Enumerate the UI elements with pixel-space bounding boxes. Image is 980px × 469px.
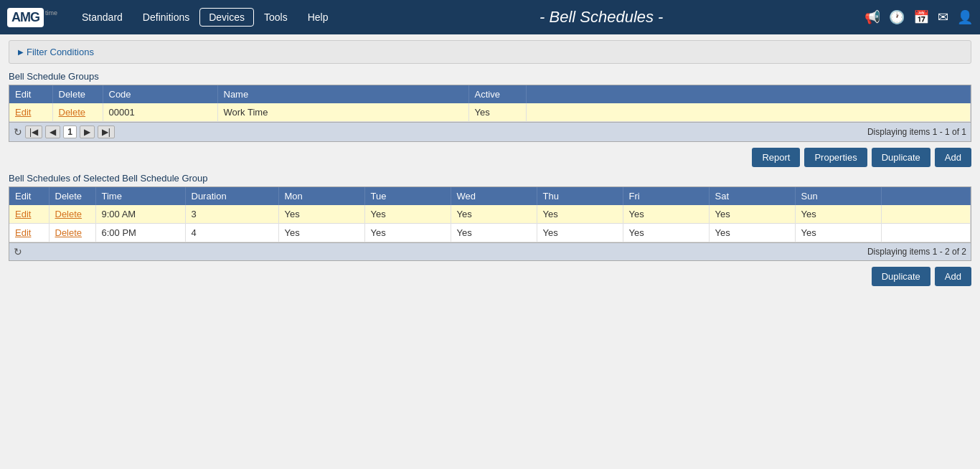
sch-col-fri: Fri [623, 187, 709, 205]
col-name: Name [217, 85, 468, 103]
nav-definitions[interactable]: Definitions [133, 7, 199, 27]
user-icon[interactable]: 👤 [957, 9, 973, 25]
sch-sun-1: Yes [795, 224, 881, 242]
schedules-table-header: Edit Delete Time Duration Mon Tue Wed Th… [9, 187, 971, 205]
sch-tue-1: Yes [364, 224, 451, 242]
group-edit-link[interactable]: Edit [15, 107, 31, 118]
sch-spacer-0 [881, 205, 971, 224]
sch-duration-0: 3 [185, 205, 278, 224]
schedules-refresh-button[interactable]: ↻ [14, 246, 22, 257]
report-button[interactable]: Report [752, 148, 800, 167]
sch-wed-0: Yes [451, 205, 537, 224]
nav-tools[interactable]: Tools [254, 7, 298, 27]
table-row: Edit Delete 9:00 AM 3 Yes Yes Yes Yes Ye… [9, 205, 971, 224]
sch-wed-1: Yes [451, 224, 537, 242]
sch-edit-1: Edit [9, 224, 49, 242]
groups-refresh-button[interactable]: ↻ [14, 126, 22, 138]
sch-mon-0: Yes [278, 205, 364, 224]
groups-section-title: Bell Schedule Groups [9, 71, 971, 82]
col-spacer [526, 85, 971, 103]
sch-col-time: Time [95, 187, 185, 205]
schedules-header-row: Edit Delete Time Duration Mon Tue Wed Th… [9, 187, 971, 205]
sch-sat-1: Yes [709, 224, 795, 242]
calendar-icon[interactable]: 📅 [913, 9, 929, 25]
sch-tue-0: Yes [364, 205, 451, 224]
sch-thu-0: Yes [537, 205, 623, 224]
group-active: Yes [468, 103, 526, 122]
clock-icon[interactable]: 🕐 [889, 9, 905, 25]
sch-col-sat: Sat [709, 187, 795, 205]
groups-pagination: ↻ |◀ ◀ 1 ▶ ▶| Displaying items 1 - 1 of … [9, 122, 971, 141]
sch-mon-1: Yes [278, 224, 364, 242]
filter-conditions-toggle[interactable]: ▶ Filter Conditions [18, 47, 94, 57]
groups-first-button[interactable]: |◀ [25, 125, 42, 138]
sch-delete-0: Delete [49, 205, 95, 224]
groups-prev-button[interactable]: ◀ [45, 125, 60, 138]
schedules-action-bar: Duplicate Add [9, 267, 971, 286]
properties-button[interactable]: Properties [804, 148, 867, 167]
sch-col-thu: Thu [537, 187, 623, 205]
group-edit-cell: Edit [9, 103, 52, 122]
schedules-table-container: Edit Delete Time Duration Mon Tue Wed Th… [9, 186, 971, 261]
sch-sun-0: Yes [795, 205, 881, 224]
schedules-add-button[interactable]: Add [935, 267, 971, 286]
schedules-duplicate-button[interactable]: Duplicate [872, 267, 930, 286]
schedules-table-body: Edit Delete 9:00 AM 3 Yes Yes Yes Yes Ye… [9, 205, 971, 242]
groups-display-text: Displaying items 1 - 1 of 1 [867, 127, 966, 137]
sch-time-1: 6:00 PM [95, 224, 185, 242]
sch-duration-1: 4 [185, 224, 278, 242]
filter-label: Filter Conditions [27, 47, 94, 57]
col-code: Code [103, 85, 217, 103]
groups-table-scroll: Edit Delete 00001 Work Time Yes [9, 103, 971, 122]
group-name: Work Time [217, 103, 468, 122]
sch-delete-link-1[interactable]: Delete [55, 227, 83, 238]
announcement-icon[interactable]: 📢 [864, 9, 880, 25]
sch-delete-link-0[interactable]: Delete [55, 209, 83, 219]
sch-col-sun: Sun [795, 187, 881, 205]
schedules-section-title: Bell Schedules of Selected Bell Schedule… [9, 173, 971, 184]
groups-next-button[interactable]: ▶ [80, 125, 95, 138]
add-button[interactable]: Add [935, 148, 971, 167]
sch-thu-1: Yes [537, 224, 623, 242]
nav-standard[interactable]: Standard [72, 7, 133, 27]
logo-amg: AMG [11, 10, 39, 24]
groups-action-bar: Report Properties Duplicate Add [9, 148, 971, 167]
groups-table-header: Edit Delete Code Name Active [9, 85, 971, 103]
group-spacer [526, 103, 971, 122]
sch-col-wed: Wed [451, 187, 537, 205]
schedules-table-scroll: Edit Delete 9:00 AM 3 Yes Yes Yes Yes Ye… [9, 205, 971, 242]
sch-edit-link-1[interactable]: Edit [15, 227, 31, 238]
logo-text: AMG [7, 8, 44, 27]
header-icons: 📢 🕐 📅 ✉ 👤 [864, 9, 973, 25]
filter-arrow-icon: ▶ [18, 48, 24, 56]
page-title: - Bell Schedules - [339, 8, 865, 27]
groups-last-button[interactable]: ▶| [98, 125, 115, 138]
filter-bar: ▶ Filter Conditions [9, 40, 971, 64]
sch-col-edit: Edit [9, 187, 49, 205]
groups-page-1[interactable]: 1 [63, 125, 77, 138]
sch-col-duration: Duration [185, 187, 278, 205]
group-delete-link[interactable]: Delete [59, 107, 86, 118]
sch-col-spacer [881, 187, 971, 205]
sch-col-tue: Tue [364, 187, 451, 205]
header: AMG time Standard Definitions Devices To… [0, 0, 980, 34]
table-row: Edit Delete 00001 Work Time Yes [9, 103, 971, 122]
groups-table: Edit Delete Code Name Active [9, 85, 971, 103]
sch-fri-1: Yes [623, 224, 709, 242]
col-delete: Delete [52, 85, 103, 103]
sch-edit-0: Edit [9, 205, 49, 224]
col-edit: Edit [9, 85, 52, 103]
sch-col-delete: Delete [49, 187, 95, 205]
col-active: Active [468, 85, 526, 103]
main-content: ▶ Filter Conditions Bell Schedule Groups… [0, 34, 980, 292]
logo: AMG time [7, 8, 57, 27]
table-row: Edit Delete 6:00 PM 4 Yes Yes Yes Yes Ye… [9, 224, 971, 242]
sch-fri-0: Yes [623, 205, 709, 224]
mail-icon[interactable]: ✉ [938, 9, 948, 25]
sch-edit-link-0[interactable]: Edit [15, 209, 31, 219]
logo-time: time [45, 9, 57, 16]
duplicate-button[interactable]: Duplicate [872, 148, 930, 167]
nav-devices[interactable]: Devices [199, 8, 254, 27]
nav-help[interactable]: Help [298, 7, 339, 27]
groups-table-body: Edit Delete 00001 Work Time Yes [9, 103, 971, 122]
